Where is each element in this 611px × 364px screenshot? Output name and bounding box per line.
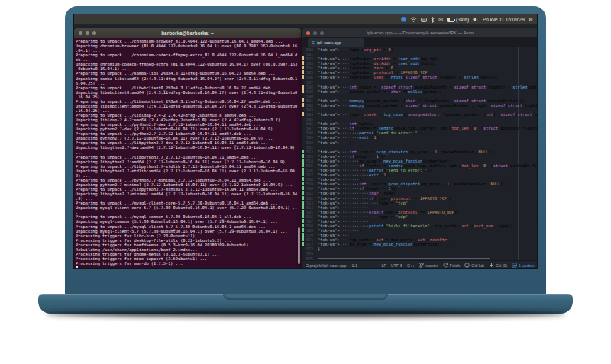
mail-icon[interactable]: ✉ [438,17,443,22]
git-added-marker [302,191,304,195]
system-menubar: ✉ (34%) Po kvě 11 16:09:29 ⚙ [74,14,537,24]
git-added-marker [302,224,304,227]
git-added-marker [302,159,304,163]
terminal-titlebar[interactable]: barborka@barborka: ~ [74,28,301,38]
status-item-master[interactable]: master [419,263,438,268]
battery-percent: (34%) [456,17,469,22]
cpp-file-icon: C [312,40,315,45]
status-cursor-position[interactable]: 1:1 [351,263,357,268]
git-modified-marker [302,85,304,89]
git-added-marker [302,233,304,237]
tab-label: ipk-scan.cpp [317,40,341,45]
status-file-path[interactable]: 2.projekt/ipk-scan.cpp [306,263,346,268]
terminal-scrollbar[interactable] [298,227,300,264]
clock[interactable]: Po kvě 11 16:09:29 [483,17,525,22]
laptop-mockup: ✉ (34%) Po kvě 11 16:09:29 ⚙ [0,0,611,364]
git-added-marker [302,172,304,176]
terminal-title: barborka@barborka: ~ [74,31,301,36]
status-item-1-update[interactable]: 1 update [512,263,535,268]
editor-tabbar: C ipk-scan.cpp [302,37,538,47]
git-added-marker [302,168,304,172]
git-added-marker [302,177,304,181]
status-item-utf-8[interactable]: UTF-8 [391,263,402,268]
wifi-icon[interactable] [410,17,417,22]
git-modified-marker [302,112,304,116]
git-added-marker [302,150,304,153]
desktop: ✉ (34%) Po kvě 11 16:09:29 ⚙ [73,14,538,269]
system-tray: ✉ (34%) Po kvě 11 16:09:29 ⚙ [401,17,533,23]
git-modified-marker [302,61,304,65]
code-editor[interactable]: 530"tok-ws">····tcph->urg_ptr = 0;531532… [302,47,538,260]
laptop-screen-bezel: ✉ (34%) Po kvě 11 16:09:29 ⚙ [65,6,546,294]
battery-icon [447,18,454,22]
editor-titlebar[interactable]: ipk-scan.cpp — ~/Dokumenty/4.semester/IP… [302,28,538,37]
terminal-text: Preparing to unpack .../chromium-browser… [76,39,299,269]
git-added-marker [302,201,304,205]
git-added-marker [302,186,304,190]
git-modified-marker [302,75,304,79]
status-item-fetch[interactable]: Fetch [443,263,460,268]
status-item-lf[interactable]: LF [382,263,386,268]
status-item-c-[interactable]: C++ [407,263,415,268]
git-modified-marker [302,56,304,60]
git-modified-marker [302,70,304,74]
git-added-marker [302,205,304,209]
volume-icon[interactable] [473,17,479,22]
git-added-marker [302,210,304,214]
tab-ipk-scan[interactable]: C ipk-scan.cpp [308,38,364,47]
status-item-git-0-[interactable]: Git (0) [489,263,507,268]
bluetooth-icon[interactable] [431,17,435,23]
laptop-shadow [46,311,565,317]
battery-indicator[interactable]: (34%) [447,17,469,22]
chat-indicator-icon[interactable] [401,17,406,22]
git-modified-marker [302,66,304,69]
editor-window: ipk-scan.cpp — ~/Dokumenty/4.semester/IP… [302,28,538,269]
git-modified-marker [302,103,304,107]
git-added-marker [302,182,304,185]
code-lines: 530"tok-ws">····tcph->urg_ptr = 0;531532… [302,47,538,260]
git-added-marker [302,163,304,167]
terminal-output[interactable]: Preparing to unpack .../chromium-browser… [74,38,301,269]
laptop-base-notch [223,294,388,300]
git-added-marker [302,196,304,200]
git-modified-marker [302,98,304,102]
horizontal-scrollbar[interactable] [318,258,490,259]
keyboard-layout-icon[interactable] [421,18,427,22]
git-added-marker [302,242,304,246]
terminal-window: barborka@barborka: ~ Preparing to unpack… [74,28,301,269]
git-added-marker [302,237,304,241]
editor-title: ipk-scan.cpp — ~/Dokumenty/4.semester/IP… [302,31,538,35]
status-item-github[interactable]: GitHub [464,263,484,268]
session-gear-icon[interactable]: ⚙ [529,17,533,22]
editor-statusbar: 2.projekt/ipk-scan.cpp 1:1 LFUTF-8C++mas… [302,260,538,269]
git-added-marker [302,219,304,223]
git-added-marker [302,228,304,232]
git-added-marker [302,154,304,158]
terminal-cursor [76,266,78,269]
git-modified-marker [302,89,304,93]
git-added-marker [302,214,304,218]
